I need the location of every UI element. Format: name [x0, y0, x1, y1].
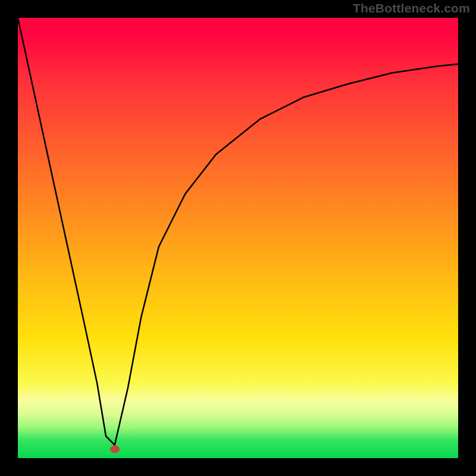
- chart-frame: TheBottleneck.com: [0, 0, 476, 476]
- curve-svg: [18, 18, 458, 458]
- bottleneck-curve: [18, 18, 458, 445]
- optimal-point-marker: [110, 446, 120, 453]
- plot-area: [18, 18, 458, 458]
- watermark-text: TheBottleneck.com: [353, 1, 470, 15]
